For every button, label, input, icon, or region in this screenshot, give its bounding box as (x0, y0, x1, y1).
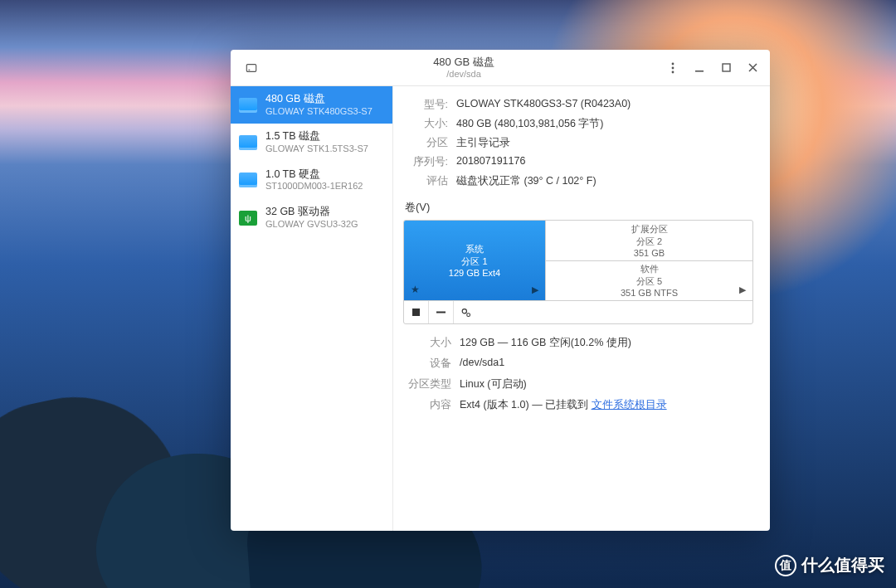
watermark: 值 什么值得买 (775, 554, 884, 576)
volume-map: 系统 分区 1 129 GB Ext4 ★ ▶ 扩展分区 分区 2 351 GB (403, 220, 753, 324)
volume-line2: 分区 5 (636, 275, 662, 288)
watermark-badge: 值 (775, 555, 796, 576)
label-model: 型号: (403, 98, 448, 112)
label-partitioning: 分区 (403, 136, 448, 150)
gears-icon (460, 307, 472, 318)
volume-toolbar (404, 300, 752, 323)
volume-line3: 351 GB NTFS (621, 288, 678, 298)
drive-icon (246, 62, 257, 74)
volume-title: 扩展分区 (631, 223, 668, 236)
disk-model: GLOWAY GVSU3-32G (265, 219, 358, 231)
volume-line2: 分区 2 (636, 236, 662, 248)
disk-item-32gb-usb[interactable]: 32 GB 驱动器 GLOWAY GVSU3-32G (231, 199, 392, 236)
volume-line3: 351 GB (634, 248, 665, 258)
value-partitioning: 主引导记录 (456, 136, 753, 150)
window-title: 480 GB 磁盘 (265, 56, 662, 69)
value-content: Ext4 (版本 1.0) — 已挂载到 文件系统根目录 (460, 398, 753, 412)
minimize-icon (694, 63, 704, 73)
svg-rect-7 (412, 309, 420, 316)
label-part-size: 大小 (403, 336, 451, 350)
mounted-indicator-icon: ▶ (532, 284, 538, 295)
stop-icon (411, 308, 421, 317)
svg-rect-6 (723, 64, 730, 71)
svg-point-2 (672, 62, 674, 65)
svg-point-3 (672, 66, 674, 69)
value-size: 480 GB (480,103,981,056 字节) (456, 117, 753, 131)
volume-line2: 分区 1 (461, 255, 487, 268)
volume-title: 软件 (640, 263, 659, 275)
label-serial: 序列号: (403, 155, 448, 169)
svg-point-10 (467, 313, 470, 316)
value-ptype: Linux (可启动) (460, 377, 753, 391)
usb-icon (239, 211, 257, 226)
svg-rect-5 (695, 70, 704, 72)
hdd-icon (239, 98, 257, 113)
disk-name: 480 GB 磁盘 (265, 93, 373, 106)
svg-rect-1 (249, 69, 251, 70)
disk-list: 480 GB 磁盘 GLOWAY STK480GS3-S7 1.5 TB 磁盘 … (231, 86, 393, 531)
svg-point-9 (462, 309, 466, 313)
hdd-icon (239, 173, 257, 187)
volume-partition-2[interactable]: 扩展分区 分区 2 351 GB (545, 221, 752, 260)
maximize-icon (722, 63, 731, 72)
disk-model: GLOWAY STK480GS3-S7 (265, 106, 373, 118)
label-size: 大小: (403, 117, 448, 131)
value-serial: 201807191176 (456, 155, 753, 169)
kebab-menu-button[interactable] (662, 57, 684, 79)
value-assessment: 磁盘状况正常 (39° C / 102° F) (456, 174, 753, 188)
content-prefix: Ext4 (版本 1.0) — 已挂载到 (460, 399, 592, 411)
svg-point-4 (672, 70, 674, 73)
star-icon: ★ (411, 284, 420, 295)
volume-partition-1[interactable]: 系统 分区 1 129 GB Ext4 ★ ▶ (404, 221, 545, 300)
mount-point-link[interactable]: 文件系统根目录 (592, 399, 667, 411)
volumes-heading: 卷(V) (405, 200, 753, 215)
hdd-icon (239, 135, 257, 150)
disk-model: ST1000DM003-1ER162 (265, 181, 363, 192)
maximize-button[interactable] (715, 57, 737, 79)
main-panel: 型号: GLOWAY STK480GS3-S7 (R0423A0) 大小: 48… (393, 86, 770, 531)
value-device: /dev/sda1 (460, 357, 753, 371)
volume-line3: 129 GB Ext4 (449, 268, 500, 278)
svg-rect-8 (436, 312, 446, 313)
disk-item-480gb[interactable]: 480 GB 磁盘 GLOWAY STK480GS3-S7 (231, 86, 392, 124)
disk-name: 32 GB 驱动器 (265, 206, 358, 219)
volume-partition-5[interactable]: 软件 分区 5 351 GB NTFS ▶ (545, 260, 752, 301)
label-assessment: 评估 (403, 174, 448, 188)
volume-title: 系统 (465, 243, 484, 255)
disk-item-1_5tb[interactable]: 1.5 TB 磁盘 GLOWAY STK1.5TS3-S7 (231, 124, 392, 161)
label-device: 设备 (403, 357, 451, 371)
mounted-indicator-icon: ▶ (739, 284, 746, 295)
disk-name: 1.5 TB 磁盘 (265, 130, 368, 143)
unmount-button[interactable] (404, 301, 429, 324)
delete-partition-button[interactable] (429, 301, 454, 324)
disks-window: 480 GB 磁盘 /dev/sda (231, 50, 770, 531)
value-model: GLOWAY STK480GS3-S7 (R0423A0) (456, 98, 753, 112)
label-content: 内容 (403, 398, 451, 412)
close-icon (748, 63, 757, 72)
close-button[interactable] (742, 57, 763, 79)
drive-menu-button[interactable] (241, 57, 262, 79)
titlebar: 480 GB 磁盘 /dev/sda (231, 50, 770, 86)
kebab-icon (671, 62, 674, 74)
disk-item-1tb[interactable]: 1.0 TB 硬盘 ST1000DM003-1ER162 (231, 162, 392, 199)
disk-model: GLOWAY STK1.5TS3-S7 (265, 143, 368, 155)
window-subtitle: /dev/sda (265, 69, 662, 80)
more-options-button[interactable] (454, 301, 479, 324)
label-ptype: 分区类型 (403, 377, 451, 391)
minus-icon (436, 307, 446, 318)
minimize-button[interactable] (689, 57, 710, 79)
value-part-size: 129 GB — 116 GB 空闲(10.2% 使用) (460, 336, 753, 350)
svg-rect-0 (246, 64, 256, 71)
disk-name: 1.0 TB 硬盘 (265, 168, 363, 182)
watermark-text: 什么值得买 (801, 554, 884, 576)
